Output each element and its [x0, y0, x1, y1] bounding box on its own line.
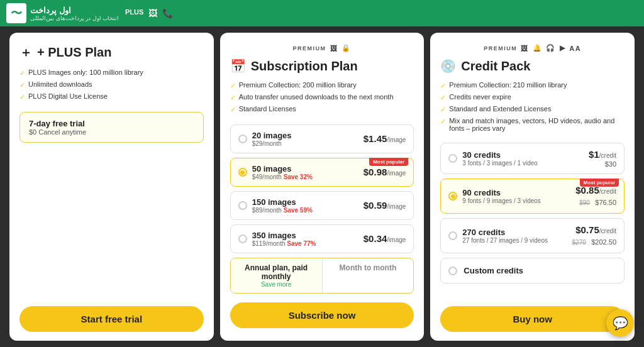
check-icon: ✓	[230, 94, 236, 102]
subscription-feature-list: ✓ Premium Collection: 200 million librar…	[230, 81, 414, 117]
credit-price-270: $0.75	[575, 224, 599, 235]
annual-billing-option[interactable]: Annual plan, paid monthly Save more	[231, 258, 322, 293]
radio-270	[448, 231, 457, 240]
credits-label-90: 90 credits	[462, 188, 541, 197]
buy-now-button[interactable]: Buy now	[440, 306, 625, 332]
credit-total-30: $30	[589, 160, 616, 168]
subscription-plan-title: 📅 Subscription Plan	[230, 58, 414, 74]
trial-box: 7-day free trial $0 Cancel anytime	[19, 112, 204, 143]
image-icon: 🖼	[148, 8, 157, 18]
trial-title: 7-day free trial	[29, 119, 194, 128]
pricing-option-90[interactable]: Most popular 90 credits 9 fonts / 9 imag…	[440, 179, 625, 214]
check-icon: ✓	[19, 69, 25, 77]
pricing-option-150[interactable]: 150 images $89/month Save 59% $0.59/imag…	[230, 191, 414, 220]
pricing-unit-150: /image	[387, 203, 406, 210]
radio-20	[238, 135, 247, 143]
pricing-sub-50: $49/month Save 32%	[252, 174, 313, 180]
annual-sub: Save more	[237, 281, 316, 288]
credit-total-90: $76.50	[595, 199, 616, 206]
credits-sub-90: 9 fonts / 9 images / 3 videos	[462, 197, 541, 204]
most-popular-badge: Most popular	[369, 158, 408, 166]
pricing-label-150: 150 images	[252, 197, 313, 207]
bell-icon-credit: 🔔	[533, 44, 543, 52]
premium-badge: PREMIUM	[293, 45, 326, 52]
feature-item: ✓ Auto transfer unused downloads to the …	[230, 93, 414, 102]
most-popular-badge-90: Most popular	[580, 179, 619, 187]
check-icon: ✓	[19, 81, 25, 89]
plus-plan-title: ＋ + PLUS Plan	[19, 44, 204, 61]
credit-total-270: $202.50	[591, 238, 616, 246]
logo-subtitle: انتخاب اول در پرداخت‌های بین‌المللی	[30, 15, 119, 21]
pricing-unit-20: /image	[387, 136, 406, 143]
subscribe-now-button[interactable]: Subscribe now	[230, 302, 414, 328]
feature-item: ✓ Unlimited downloads	[19, 80, 204, 89]
credit-price-30: $1	[589, 149, 599, 160]
logo-text: اول پرداخت	[30, 6, 119, 15]
custom-credits-option[interactable]: Custom credits	[440, 258, 625, 284]
plus-icon: ＋	[19, 44, 32, 61]
radio-30	[448, 154, 457, 163]
check-icon: ✓	[440, 82, 446, 90]
subscription-header-bar: PREMIUM 🖼 🔒	[230, 44, 414, 52]
radio-50	[238, 168, 247, 177]
top-bar: 〜 اول پرداخت انتخاب اول در پرداخت‌های بی…	[0, 0, 644, 26]
pricing-sub-350: $119/month Save 77%	[252, 240, 316, 247]
credits-sub-270: 27 fonts / 27 images / 9 videos	[462, 237, 548, 244]
check-icon: ✓	[440, 106, 446, 114]
check-icon: ✓	[230, 106, 236, 114]
main-content: ＋ + PLUS Plan ✓ PLUS Images only: 100 mi…	[0, 26, 644, 347]
pricing-label-350: 350 images	[252, 231, 316, 240]
text-icon-credit: AA	[569, 45, 581, 52]
pricing-label-20: 20 images	[252, 131, 292, 140]
monthly-billing-option[interactable]: Month to month	[323, 258, 414, 293]
plus-feature-list: ✓ PLUS Images only: 100 million library …	[19, 69, 204, 104]
feature-item: ✓ PLUS Images only: 100 million library	[19, 69, 204, 77]
pricing-sub-20: $29/month	[252, 140, 292, 147]
check-icon: ✓	[230, 82, 236, 90]
feature-item: ✓ PLUS Digital Use License	[19, 92, 204, 101]
pricing-price-150: $0.59	[364, 200, 387, 211]
credit-pack-title: 💿 Credit Pack	[440, 58, 625, 74]
credits-label-270: 270 credits	[462, 228, 548, 237]
pricing-option-30[interactable]: 30 credits 3 fonts / 3 images / 1 video …	[440, 143, 625, 174]
annual-label: Annual plan, paid monthly	[237, 263, 316, 281]
pricing-option-20[interactable]: 20 images $29/month $1.45/image	[230, 124, 414, 153]
feature-item: ✓ Credits never expire	[440, 93, 625, 102]
pricing-option-270[interactable]: 270 credits 27 fonts / 27 images / 9 vid…	[440, 218, 625, 253]
feature-item: ✓ Premium Collection: 200 million librar…	[230, 81, 414, 90]
image-header-icon: 🖼	[330, 45, 338, 52]
chat-icon: 💬	[613, 316, 628, 331]
pricing-price-350: $0.34	[364, 233, 387, 244]
chat-float-button[interactable]: 💬	[606, 309, 634, 337]
radio-inner-50	[240, 170, 245, 175]
credit-feature-list: ✓ Premium Collection: 210 million librar…	[440, 81, 625, 135]
pricing-unit-50: /image	[387, 170, 406, 177]
image-icon-credit: 🖼	[521, 45, 529, 52]
check-icon: ✓	[19, 93, 25, 101]
start-free-trial-button[interactable]: Start free trial	[19, 306, 204, 332]
check-icon: ✓	[440, 118, 446, 126]
credits-label-30: 30 credits	[462, 150, 538, 160]
radio-350	[238, 234, 247, 243]
monthly-label: Month to month	[329, 263, 408, 272]
radio-150	[238, 201, 247, 210]
check-icon: ✓	[440, 94, 446, 102]
feature-item: ✓ Standard Licenses	[230, 105, 414, 114]
lock-header-icon: 🔒	[341, 44, 352, 52]
credit-old-price-90: $90	[579, 199, 590, 206]
radio-custom	[448, 267, 457, 275]
plus-plan-card: ＋ + PLUS Plan ✓ PLUS Images only: 100 mi…	[9, 33, 214, 341]
subscription-plan-card: PREMIUM 🖼 🔒 📅 Subscription Plan ✓ Premiu…	[220, 33, 425, 341]
phone-icon: 📞	[162, 8, 173, 18]
feature-item: ✓ Premium Collection: 210 million librar…	[440, 81, 625, 90]
billing-toggle: Annual plan, paid monthly Save more Mont…	[230, 258, 414, 294]
credit-old-price-270: $270	[572, 239, 586, 246]
pricing-option-350[interactable]: 350 images $119/month Save 77% $0.34/ima…	[230, 224, 414, 253]
credit-pack-card: PREMIUM 🖼 🔔 🎧 ▶ AA 💿 Credit Pack ✓ Premi…	[430, 33, 635, 341]
pricing-label-50: 50 images	[252, 164, 313, 174]
video-icon-credit: ▶	[560, 44, 566, 52]
pricing-price-50: $0.98	[364, 167, 387, 177]
pricing-option-50[interactable]: Most popular 50 images $49/month Save 32…	[230, 158, 414, 187]
radio-90	[448, 192, 457, 201]
calendar-icon: 📅	[230, 58, 246, 74]
